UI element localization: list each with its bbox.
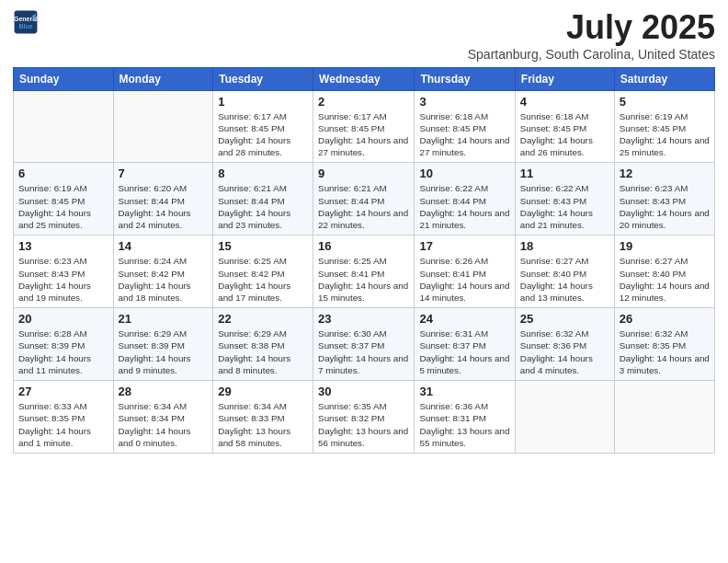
calendar-cell: 19Sunrise: 6:27 AMSunset: 8:40 PMDayligh… bbox=[614, 236, 714, 308]
calendar-cell: 18Sunrise: 6:27 AMSunset: 8:40 PMDayligh… bbox=[515, 236, 614, 308]
calendar-cell: 26Sunrise: 6:32 AMSunset: 8:35 PMDayligh… bbox=[614, 308, 714, 381]
day-number: 28 bbox=[119, 385, 209, 398]
day-number: 31 bbox=[419, 385, 509, 398]
svg-text:Blue: Blue bbox=[18, 23, 32, 29]
calendar-cell: 15Sunrise: 6:25 AMSunset: 8:42 PMDayligh… bbox=[213, 236, 313, 308]
calendar-cell: 30Sunrise: 6:35 AMSunset: 8:32 PMDayligh… bbox=[313, 381, 415, 454]
calendar-cell: 10Sunrise: 6:22 AMSunset: 8:44 PMDayligh… bbox=[415, 163, 515, 236]
day-info: Sunrise: 6:35 AMSunset: 8:32 PMDaylight:… bbox=[318, 400, 409, 449]
calendar-cell: 28Sunrise: 6:34 AMSunset: 8:34 PMDayligh… bbox=[113, 381, 213, 454]
calendar-table: SundayMondayTuesdayWednesdayThursdayFrid… bbox=[13, 67, 715, 454]
calendar-week-row: 27Sunrise: 6:33 AMSunset: 8:35 PMDayligh… bbox=[14, 381, 715, 454]
day-info: Sunrise: 6:32 AMSunset: 8:35 PMDaylight:… bbox=[620, 327, 710, 376]
day-number: 10 bbox=[419, 167, 509, 180]
day-info: Sunrise: 6:20 AMSunset: 8:44 PMDaylight:… bbox=[119, 182, 209, 231]
day-of-week-header: Sunday bbox=[14, 67, 114, 90]
day-number: 2 bbox=[318, 95, 409, 109]
day-info: Sunrise: 6:27 AMSunset: 8:40 PMDaylight:… bbox=[620, 255, 710, 304]
calendar-cell: 29Sunrise: 6:34 AMSunset: 8:33 PMDayligh… bbox=[213, 381, 313, 454]
calendar-cell: 7Sunrise: 6:20 AMSunset: 8:44 PMDaylight… bbox=[113, 163, 213, 236]
day-number: 24 bbox=[419, 312, 509, 326]
calendar-cell: 11Sunrise: 6:22 AMSunset: 8:43 PMDayligh… bbox=[515, 163, 614, 236]
day-number: 8 bbox=[218, 167, 308, 180]
day-number: 1 bbox=[218, 95, 308, 109]
calendar-cell: 14Sunrise: 6:24 AMSunset: 8:42 PMDayligh… bbox=[113, 236, 213, 308]
logo-icon: General Blue bbox=[13, 9, 39, 35]
calendar-cell bbox=[614, 381, 714, 454]
day-info: Sunrise: 6:31 AMSunset: 8:37 PMDaylight:… bbox=[419, 327, 509, 376]
day-number: 9 bbox=[318, 167, 409, 180]
day-info: Sunrise: 6:32 AMSunset: 8:36 PMDaylight:… bbox=[520, 327, 609, 376]
calendar-cell: 31Sunrise: 6:36 AMSunset: 8:31 PMDayligh… bbox=[415, 381, 515, 454]
calendar-cell: 3Sunrise: 6:18 AMSunset: 8:45 PMDaylight… bbox=[415, 90, 515, 163]
day-number: 11 bbox=[520, 167, 609, 180]
day-number: 17 bbox=[419, 239, 509, 253]
day-info: Sunrise: 6:21 AMSunset: 8:44 PMDaylight:… bbox=[218, 182, 308, 231]
day-info: Sunrise: 6:25 AMSunset: 8:42 PMDaylight:… bbox=[218, 255, 308, 304]
day-info: Sunrise: 6:34 AMSunset: 8:34 PMDaylight:… bbox=[119, 400, 209, 449]
day-of-week-header: Tuesday bbox=[213, 67, 313, 90]
day-number: 4 bbox=[520, 95, 609, 109]
calendar-cell: 27Sunrise: 6:33 AMSunset: 8:35 PMDayligh… bbox=[14, 381, 114, 454]
day-number: 14 bbox=[119, 239, 209, 253]
calendar-cell bbox=[113, 90, 213, 163]
calendar-week-row: 6Sunrise: 6:19 AMSunset: 8:45 PMDaylight… bbox=[14, 163, 715, 236]
calendar-cell: 2Sunrise: 6:17 AMSunset: 8:45 PMDaylight… bbox=[313, 90, 415, 163]
day-info: Sunrise: 6:23 AMSunset: 8:43 PMDaylight:… bbox=[620, 182, 710, 231]
day-number: 29 bbox=[218, 385, 308, 398]
calendar-cell: 22Sunrise: 6:29 AMSunset: 8:38 PMDayligh… bbox=[213, 308, 313, 381]
day-number: 13 bbox=[18, 239, 108, 253]
calendar-cell: 1Sunrise: 6:17 AMSunset: 8:45 PMDaylight… bbox=[213, 90, 313, 163]
page: General Blue July 2025 Spartanburg, Sout… bbox=[0, 0, 728, 563]
day-info: Sunrise: 6:36 AMSunset: 8:31 PMDaylight:… bbox=[419, 400, 509, 449]
day-info: Sunrise: 6:28 AMSunset: 8:39 PMDaylight:… bbox=[18, 327, 108, 376]
calendar-cell: 9Sunrise: 6:21 AMSunset: 8:44 PMDaylight… bbox=[313, 163, 415, 236]
day-number: 22 bbox=[218, 312, 308, 326]
day-number: 15 bbox=[218, 239, 308, 253]
day-info: Sunrise: 6:29 AMSunset: 8:39 PMDaylight:… bbox=[119, 327, 209, 376]
day-number: 18 bbox=[520, 239, 609, 253]
calendar-cell: 25Sunrise: 6:32 AMSunset: 8:36 PMDayligh… bbox=[515, 308, 614, 381]
calendar-cell: 16Sunrise: 6:25 AMSunset: 8:41 PMDayligh… bbox=[313, 236, 415, 308]
day-of-week-header: Monday bbox=[113, 67, 213, 90]
day-number: 12 bbox=[620, 167, 710, 180]
day-of-week-header: Wednesday bbox=[313, 67, 415, 90]
calendar-cell: 13Sunrise: 6:23 AMSunset: 8:43 PMDayligh… bbox=[14, 236, 114, 308]
logo: General Blue bbox=[13, 9, 40, 35]
calendar-week-row: 13Sunrise: 6:23 AMSunset: 8:43 PMDayligh… bbox=[14, 236, 715, 308]
day-info: Sunrise: 6:27 AMSunset: 8:40 PMDaylight:… bbox=[520, 255, 609, 304]
location: Spartanburg, South Carolina, United Stat… bbox=[468, 47, 715, 62]
day-info: Sunrise: 6:33 AMSunset: 8:35 PMDaylight:… bbox=[18, 400, 108, 449]
day-info: Sunrise: 6:30 AMSunset: 8:37 PMDaylight:… bbox=[318, 327, 409, 376]
day-info: Sunrise: 6:18 AMSunset: 8:45 PMDaylight:… bbox=[520, 110, 609, 159]
calendar-cell: 20Sunrise: 6:28 AMSunset: 8:39 PMDayligh… bbox=[14, 308, 114, 381]
day-info: Sunrise: 6:23 AMSunset: 8:43 PMDaylight:… bbox=[18, 255, 108, 304]
calendar-cell: 8Sunrise: 6:21 AMSunset: 8:44 PMDaylight… bbox=[213, 163, 313, 236]
day-number: 7 bbox=[119, 167, 209, 180]
day-info: Sunrise: 6:18 AMSunset: 8:45 PMDaylight:… bbox=[419, 110, 509, 159]
day-info: Sunrise: 6:22 AMSunset: 8:44 PMDaylight:… bbox=[419, 182, 509, 231]
calendar-header-row: SundayMondayTuesdayWednesdayThursdayFrid… bbox=[14, 67, 715, 90]
month-year: July 2025 bbox=[468, 9, 715, 46]
calendar-cell: 23Sunrise: 6:30 AMSunset: 8:37 PMDayligh… bbox=[313, 308, 415, 381]
calendar-week-row: 20Sunrise: 6:28 AMSunset: 8:39 PMDayligh… bbox=[14, 308, 715, 381]
day-of-week-header: Thursday bbox=[415, 67, 515, 90]
calendar-cell: 17Sunrise: 6:26 AMSunset: 8:41 PMDayligh… bbox=[415, 236, 515, 308]
day-info: Sunrise: 6:19 AMSunset: 8:45 PMDaylight:… bbox=[18, 182, 108, 231]
day-number: 3 bbox=[419, 95, 509, 109]
day-number: 20 bbox=[18, 312, 108, 326]
day-number: 19 bbox=[620, 239, 710, 253]
day-info: Sunrise: 6:19 AMSunset: 8:45 PMDaylight:… bbox=[620, 110, 710, 159]
day-number: 5 bbox=[620, 95, 710, 109]
day-info: Sunrise: 6:21 AMSunset: 8:44 PMDaylight:… bbox=[318, 182, 409, 231]
calendar-cell: 21Sunrise: 6:29 AMSunset: 8:39 PMDayligh… bbox=[113, 308, 213, 381]
day-number: 26 bbox=[620, 312, 710, 326]
calendar-cell: 24Sunrise: 6:31 AMSunset: 8:37 PMDayligh… bbox=[415, 308, 515, 381]
title-block: July 2025 Spartanburg, South Carolina, U… bbox=[468, 9, 715, 62]
day-of-week-header: Saturday bbox=[614, 67, 714, 90]
day-info: Sunrise: 6:29 AMSunset: 8:38 PMDaylight:… bbox=[218, 327, 308, 376]
day-number: 6 bbox=[18, 167, 108, 180]
calendar-cell: 4Sunrise: 6:18 AMSunset: 8:45 PMDaylight… bbox=[515, 90, 614, 163]
day-info: Sunrise: 6:34 AMSunset: 8:33 PMDaylight:… bbox=[218, 400, 308, 449]
calendar-cell: 12Sunrise: 6:23 AMSunset: 8:43 PMDayligh… bbox=[614, 163, 714, 236]
